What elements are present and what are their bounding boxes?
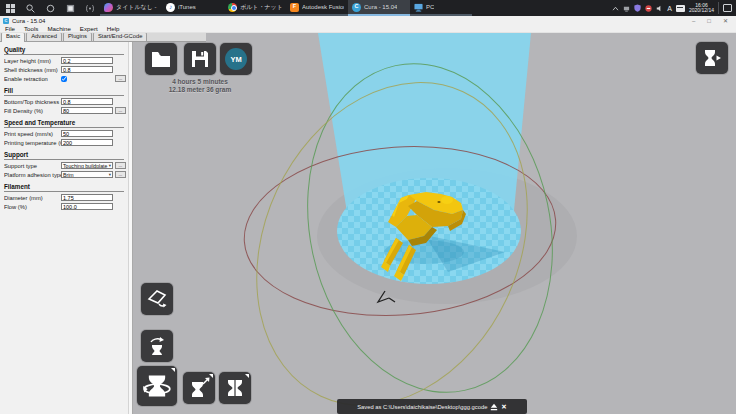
search-button[interactable]: [20, 0, 40, 16]
task-view-button[interactable]: [60, 0, 80, 16]
start-button[interactable]: [0, 0, 20, 16]
speaker-icon[interactable]: [656, 5, 663, 12]
chevron-down-icon: ▾: [109, 172, 111, 177]
youmagine-share-button[interactable]: YM: [220, 43, 252, 75]
pinned-app-icon: [85, 4, 95, 13]
setting-label: Fill Density (%): [4, 108, 61, 114]
section-filament: Filament: [4, 183, 124, 192]
youmagine-icon: YM: [225, 48, 247, 70]
support-type-value: Touching buildplate: [63, 163, 107, 169]
touch-keyboard-icon[interactable]: [676, 5, 685, 12]
tray-shield-icon[interactable]: [634, 4, 641, 12]
chevron-down-icon: ▾: [109, 163, 111, 168]
folder-open-icon: [150, 48, 172, 70]
setting-row: Platform adhesion type Brim ▾ ...: [0, 170, 132, 179]
window-icon: C: [3, 18, 9, 24]
support-type-select[interactable]: Touching buildplate ▾: [61, 162, 113, 169]
platform-adhesion-select[interactable]: Brim ▾: [61, 171, 113, 178]
panel-scrollbar[interactable]: [128, 42, 132, 414]
taskbar-clock[interactable]: 16:06 2020/12/14: [689, 3, 714, 14]
pc-icon: [414, 3, 423, 12]
tab-advanced[interactable]: Advanced: [26, 32, 62, 41]
platform-adhesion-value: Brim: [63, 172, 74, 178]
filament-flow-input[interactable]: [61, 203, 113, 210]
rotate-button[interactable]: [137, 366, 177, 406]
section-fill: Fill: [4, 87, 124, 96]
tray-network-icon[interactable]: [623, 5, 630, 12]
taskbar-app-pc[interactable]: PC: [410, 0, 472, 16]
mirror-icon: [224, 377, 246, 399]
save-toolpath-button[interactable]: [184, 43, 216, 75]
print-estimate: 4 hours 5 minutes 12.18 meter 36 gram: [145, 78, 255, 93]
save-notification-message: Saved as C:\Users\daichikaise\Desktop\gg…: [357, 404, 487, 410]
menu-machine[interactable]: Machine: [47, 25, 70, 32]
window-title: Cura - 15.04: [12, 18, 45, 24]
shell-thickness-input[interactable]: [61, 66, 113, 73]
reset-rotation-button[interactable]: [141, 330, 173, 362]
tray-expand-button[interactable]: [612, 6, 619, 11]
print-time-estimate: 4 hours 5 minutes: [145, 78, 255, 86]
fusion-icon: F: [290, 3, 299, 12]
view-mode-icon: [701, 47, 723, 69]
tray-divider: [718, 2, 719, 14]
mirror-button[interactable]: [219, 372, 251, 404]
setting-row: Shell thickness (mm): [0, 65, 132, 74]
filament-diameter-input[interactable]: [61, 194, 113, 201]
search-icon: [26, 4, 35, 13]
menu-bar: File Tools Machine Expert Help: [0, 25, 736, 33]
ime-language-indicator[interactable]: A: [667, 5, 672, 12]
minimize-button[interactable]: –: [692, 18, 695, 24]
setting-label: Layer height (mm): [4, 58, 61, 64]
fill-density-input[interactable]: [61, 107, 113, 114]
scale-icon: [188, 377, 210, 399]
menu-tools[interactable]: Tools: [24, 25, 38, 32]
taskbar-app-fusion[interactable]: F Autodesk Fusion 36...: [286, 0, 348, 16]
bottom-top-thickness-input[interactable]: [61, 98, 113, 105]
setting-row: Enable retraction ...: [0, 74, 132, 83]
setting-row: Diameter (mm): [0, 193, 132, 202]
notification-close-button[interactable]: ✕: [501, 403, 506, 411]
filament-estimate: 12.18 meter 36 gram: [145, 86, 255, 94]
lay-flat-button[interactable]: [141, 283, 173, 315]
retraction-settings-button[interactable]: ...: [115, 75, 126, 82]
viewport-3d[interactable]: YM 4 hours 5 minutes 12.18 meter 36 gram: [133, 33, 736, 414]
tab-basic[interactable]: Basic: [1, 32, 25, 42]
tab-plugins[interactable]: Plugins: [63, 32, 92, 41]
reset-rotation-icon: [146, 335, 168, 357]
taskbar: タイトルなし - ペイン... ♪ iTunes ボルト・ナット対応す... F…: [0, 0, 736, 16]
setting-label: Support type: [4, 163, 61, 169]
menu-file[interactable]: File: [5, 25, 15, 32]
enable-retraction-checkbox[interactable]: [61, 76, 67, 82]
eject-icon[interactable]: [490, 403, 498, 411]
tray-security-icon[interactable]: [645, 5, 652, 12]
pinned-app-button[interactable]: [80, 0, 100, 16]
cura-icon: C: [352, 3, 361, 12]
taskbar-app-paint[interactable]: タイトルなし - ペイン...: [100, 0, 162, 16]
setting-row: Layer height (mm): [0, 56, 132, 65]
load-model-button[interactable]: [145, 43, 177, 75]
menu-help[interactable]: Help: [107, 25, 120, 32]
adhesion-settings-button[interactable]: ...: [115, 171, 126, 178]
fill-settings-button[interactable]: ...: [115, 107, 126, 114]
close-button[interactable]: ✕: [723, 18, 728, 24]
maximize-button[interactable]: □: [707, 18, 711, 24]
menu-expert[interactable]: Expert: [80, 25, 98, 32]
windows-icon: [6, 4, 15, 13]
section-speed-temperature: Speed and Temperature: [4, 119, 124, 128]
action-center-button[interactable]: [723, 4, 732, 12]
print-speed-input[interactable]: [61, 130, 113, 137]
view-mode-button[interactable]: [696, 42, 728, 74]
section-support: Support: [4, 151, 124, 160]
taskbar-app-cura[interactable]: C Cura - 15.04: [348, 0, 410, 16]
printing-temperature-input[interactable]: [61, 139, 113, 146]
taskbar-app-chrome[interactable]: ボルト・ナット対応す...: [224, 0, 286, 16]
setting-label: Diameter (mm): [4, 195, 61, 201]
setting-label: Shell thickness (mm): [4, 67, 61, 73]
setting-row: Printing temperature (C): [0, 138, 132, 147]
cortana-button[interactable]: [40, 0, 60, 16]
tab-start-end-gcode[interactable]: Start/End-GCode: [93, 32, 147, 41]
layer-height-input[interactable]: [61, 57, 113, 64]
support-settings-button[interactable]: ...: [115, 162, 126, 169]
taskbar-app-itunes[interactable]: ♪ iTunes: [162, 0, 224, 16]
scale-button[interactable]: [183, 372, 215, 404]
